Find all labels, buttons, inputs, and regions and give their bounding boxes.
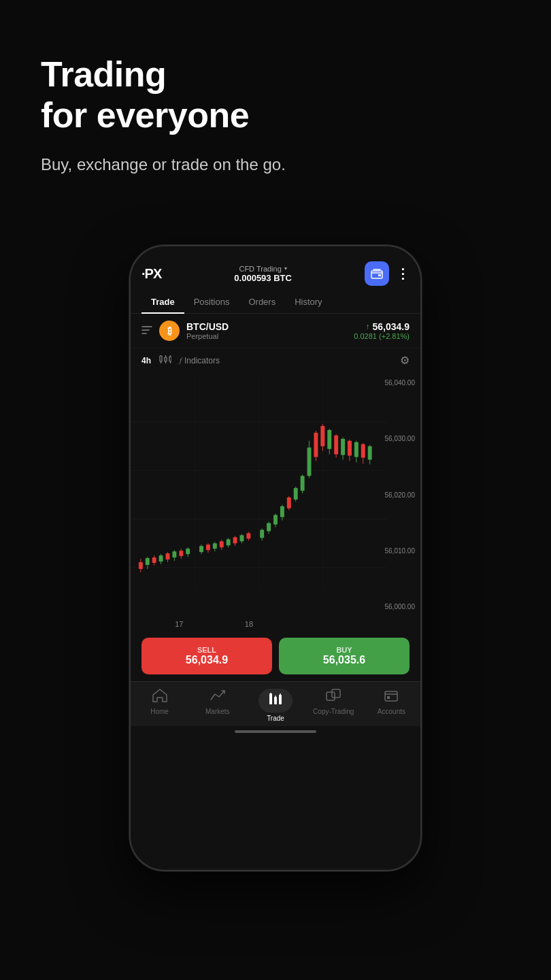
svg-rect-60 <box>280 506 284 517</box>
nav-active-bg <box>258 689 293 713</box>
svg-rect-64 <box>294 488 298 500</box>
svg-rect-42 <box>213 543 217 549</box>
price-labels: 56,040.00 56,030.00 56,020.00 56,010.00 … <box>385 372 416 617</box>
price-change: 0.0281 (+2.81%) <box>354 332 410 340</box>
svg-rect-11 <box>169 357 171 361</box>
hero-title: Trading for everyone <box>41 54 286 136</box>
nav-item-home[interactable]: Home <box>131 689 188 722</box>
chevron-down-icon: ▾ <box>284 265 287 272</box>
svg-rect-78 <box>341 439 345 455</box>
nav-item-markets[interactable]: Markets <box>188 689 246 722</box>
more-button[interactable]: ⋮ <box>396 265 410 282</box>
btc-balance: 0.000593 BTC <box>234 273 292 283</box>
phone-screen: ·PX CFD Trading ▾ 0.000593 BTC <box>131 246 420 870</box>
svg-rect-58 <box>273 515 278 525</box>
phone-frame: ·PX CFD Trading ▾ 0.000593 BTC <box>129 245 422 871</box>
sell-label: SELL <box>197 646 216 654</box>
svg-rect-62 <box>287 497 291 508</box>
app-header: ·PX CFD Trading ▾ 0.000593 BTC <box>131 255 420 291</box>
tab-positions[interactable]: Positions <box>184 291 239 314</box>
svg-rect-30 <box>166 553 170 559</box>
time-label-18: 18 <box>245 620 253 628</box>
home-indicator <box>235 730 316 733</box>
svg-rect-89 <box>279 695 282 704</box>
price-label-2: 56,030.00 <box>385 435 416 442</box>
price-label-1: 56,040.00 <box>385 379 416 387</box>
tab-orders[interactable]: Orders <box>239 291 285 314</box>
asset-row[interactable]: ₿ BTC/USD Perpetual ↑ 56,034.9 0.0281 (+… <box>131 314 420 348</box>
nav-label-trade: Trade <box>267 715 284 722</box>
asset-price: ↑ 56,034.9 0.0281 (+2.81%) <box>354 321 410 340</box>
asset-name: BTC/USD <box>186 321 354 332</box>
svg-rect-56 <box>267 523 271 532</box>
time-label-17: 17 <box>175 620 183 628</box>
nav-label-home: Home <box>150 708 169 715</box>
filter-icon <box>141 325 152 337</box>
btc-coin-icon: ₿ <box>159 321 180 341</box>
svg-rect-54 <box>260 530 264 538</box>
app-logo: ·PX <box>141 266 161 282</box>
markets-icon <box>210 689 225 706</box>
price-label-5: 56,000.00 <box>385 603 416 610</box>
tabs-bar: Trade Positions Orders History <box>131 291 420 314</box>
svg-rect-95 <box>385 691 397 701</box>
svg-rect-68 <box>307 448 312 476</box>
buy-button[interactable]: BUY 56,035.6 <box>279 638 410 674</box>
indicators-button[interactable]: 𝑓 Indicators <box>180 356 220 365</box>
price-up-icon: ↑ <box>366 322 370 331</box>
svg-rect-38 <box>199 546 203 552</box>
nav-label-markets: Markets <box>205 708 230 715</box>
svg-rect-84 <box>361 444 365 458</box>
svg-rect-70 <box>314 433 318 457</box>
hero-section: Trading for everyone Buy, exchange or tr… <box>41 54 286 174</box>
svg-rect-46 <box>227 539 231 545</box>
svg-rect-50 <box>239 535 244 541</box>
svg-rect-74 <box>327 430 331 449</box>
svg-rect-88 <box>274 697 277 704</box>
buy-price: 56,035.6 <box>323 654 365 666</box>
svg-rect-44 <box>220 541 224 547</box>
svg-rect-22 <box>139 562 143 569</box>
trade-icon <box>268 692 283 709</box>
svg-rect-28 <box>159 555 163 561</box>
svg-rect-48 <box>233 537 237 543</box>
phone-mockup: ·PX CFD Trading ▾ 0.000593 BTC <box>129 245 422 871</box>
svg-rect-96 <box>387 696 390 699</box>
nav-label-copy-trading: Copy-Trading <box>313 708 354 715</box>
home-icon <box>152 689 167 706</box>
accounts-icon <box>384 689 399 706</box>
tab-trade[interactable]: Trade <box>141 291 184 314</box>
svg-rect-76 <box>334 436 338 455</box>
svg-rect-80 <box>348 441 352 456</box>
svg-rect-86 <box>368 446 372 460</box>
svg-rect-93 <box>327 692 335 700</box>
nav-item-accounts[interactable]: Accounts <box>363 689 420 722</box>
candlestick-icon[interactable] <box>159 355 171 366</box>
chart-toolbar: 4h 𝑓 Indicato <box>131 348 420 372</box>
price-label-3: 56,020.00 <box>385 491 416 499</box>
sell-button[interactable]: SELL 56,034.9 <box>141 638 272 674</box>
svg-rect-1 <box>378 274 381 276</box>
buy-label: BUY <box>336 646 352 654</box>
nav-item-copy-trading[interactable]: Copy-Trading <box>305 689 363 722</box>
tab-history[interactable]: History <box>285 291 331 314</box>
price-label-4: 56,010.00 <box>385 547 416 555</box>
header-right: ⋮ <box>365 261 410 286</box>
side-button <box>420 491 422 532</box>
settings-icon[interactable]: ⚙ <box>400 354 410 367</box>
wallet-button[interactable] <box>365 261 389 286</box>
copy-trading-icon <box>326 689 341 706</box>
header-center: CFD Trading ▾ 0.000593 BTC <box>234 265 292 283</box>
svg-rect-34 <box>179 551 183 556</box>
cfd-label[interactable]: CFD Trading ▾ <box>239 265 286 273</box>
svg-rect-26 <box>152 557 156 563</box>
nav-item-trade[interactable]: Trade <box>246 689 304 722</box>
svg-rect-8 <box>165 357 167 361</box>
svg-rect-94 <box>332 689 340 698</box>
price-value: ↑ 56,034.9 <box>354 321 410 332</box>
svg-rect-87 <box>269 693 272 704</box>
hero-subtitle: Buy, exchange or trade on the go. <box>41 155 286 174</box>
timeframe-button[interactable]: 4h <box>141 356 151 365</box>
status-bar <box>131 246 420 255</box>
nav-label-accounts: Accounts <box>378 708 405 715</box>
